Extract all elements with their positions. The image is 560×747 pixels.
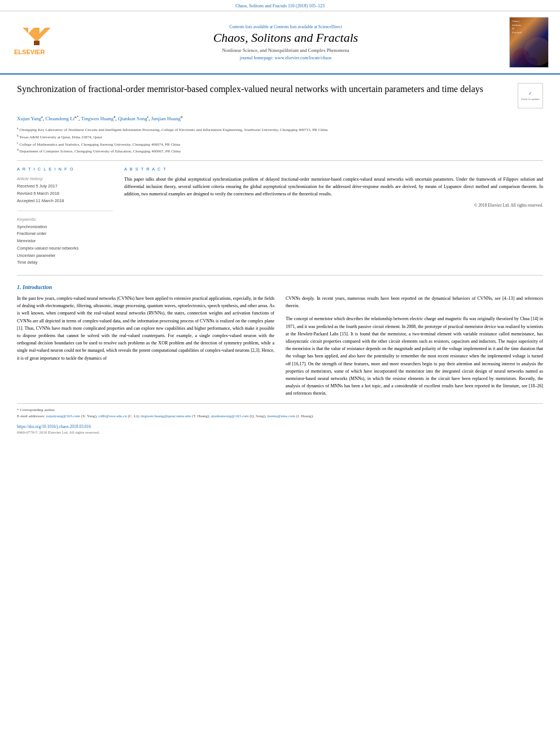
body-divider bbox=[17, 275, 543, 276]
copyright-notice: © 2018 Elsevier Ltd. All rights reserved… bbox=[124, 203, 543, 208]
affiliation-c: c College of Mathematics and Statistics,… bbox=[17, 141, 543, 148]
affiliations: a Chongqing Key Laboratory of Nonlinear … bbox=[17, 126, 543, 155]
article-history-label: Article history: bbox=[17, 176, 113, 181]
affiliation-d: d Department of Computer Science, Chongq… bbox=[17, 147, 543, 155]
elsevier-logo: ELSEVIER bbox=[11, 25, 62, 60]
svg-rect-2 bbox=[34, 41, 40, 45]
issn-line: 0960-0779/© 2018 Elsevier Ltd. All right… bbox=[17, 430, 543, 435]
journal-subtitle: Nonlinear Science, and Nonequilibrium an… bbox=[68, 47, 504, 53]
intro-col-2: CVNNs deeply. In recent years, numerous … bbox=[286, 295, 543, 397]
section-one-title: 1. Introduction bbox=[17, 284, 543, 290]
footnote-section: * Corresponding author. E-mail addresses… bbox=[17, 403, 543, 420]
received-date: Received 5 July 2017 bbox=[17, 183, 113, 190]
intro-col-1: In the past few years, complex-valued ne… bbox=[17, 295, 274, 397]
keyword-timedelay: Time delay bbox=[17, 259, 113, 267]
journal-name: Chaos, Solitons and Fractals bbox=[68, 30, 504, 45]
article-divider bbox=[17, 160, 543, 161]
author-tingwen: Tingwen Huang bbox=[81, 116, 113, 121]
email-qiankun[interactable]: qiankunsong@163.com bbox=[211, 414, 249, 418]
introduction-body: In the past few years, complex-valued ne… bbox=[17, 295, 543, 397]
author-xujun: Xujun Yang bbox=[17, 116, 41, 121]
keywords-label: Keywords: bbox=[17, 217, 113, 222]
journal-header: ELSEVIER Contents lists available at Con… bbox=[0, 11, 560, 75]
journal-cover-thumbnail: Chaos, Solitons & Fractals bbox=[509, 17, 549, 68]
page: Chaos, Solitons and Fractals 110 (2018) … bbox=[0, 0, 560, 747]
keyword-uncertain: Uncertain parameter bbox=[17, 252, 113, 260]
journal-citation: Chaos, Solitons and Fractals 110 (2018) … bbox=[235, 3, 325, 8]
keyword-memristor: Memristor bbox=[17, 238, 113, 245]
abstract-text: This paper talks about the global asympt… bbox=[124, 176, 543, 198]
email-line: E-mail addresses: xujunyang@163.com (X. … bbox=[17, 413, 543, 420]
abstract-col: A B S T R A C T This paper talks about t… bbox=[124, 167, 543, 267]
check-updates-label: Check for updates bbox=[521, 98, 540, 101]
check-updates-badge: ✓ Check for updates bbox=[518, 83, 543, 108]
email-tingwen[interactable]: tingwen.huang@qatar.tamu.edu bbox=[141, 414, 191, 418]
intro-text-2: CVNNs deeply. In recent years, numerous … bbox=[286, 295, 543, 309]
authors-line: Xujun Yanga, Chuandong Lia,*, Tingwen Hu… bbox=[17, 115, 543, 121]
journal-title-block: Contents lists available at Contents lis… bbox=[68, 24, 504, 60]
email-chuandong[interactable]: cdlli@swu.edu.cn bbox=[98, 414, 126, 418]
affiliation-b: b Texas A&M University at Qatar, Doha 23… bbox=[17, 133, 543, 141]
journal-citation-bar: Chaos, Solitons and Fractals 110 (2018) … bbox=[0, 0, 560, 11]
author-chuandong: Chuandong Li bbox=[45, 116, 75, 121]
affiliation-a: a Chongqing Key Laboratory of Nonlinear … bbox=[17, 126, 543, 133]
article-title-text: Synchronization of fractional-order memr… bbox=[17, 83, 512, 95]
intro-text-3: The concept of memristor which describes… bbox=[286, 315, 543, 397]
corresponding-note: * Corresponding author. bbox=[17, 407, 543, 413]
revised-date: Revised 6 March 2018 bbox=[17, 190, 113, 198]
keyword-synchronization: Synchronization bbox=[17, 224, 113, 231]
keyword-cvnn: Complex-valued neural networks bbox=[17, 245, 113, 252]
article-title-block: Synchronization of fractional-order memr… bbox=[17, 83, 543, 108]
doi-line[interactable]: https://doi.org/10.1016/j.chaos.2018.03.… bbox=[17, 424, 543, 429]
author-junjian: Junjian Huang bbox=[151, 116, 181, 121]
article-info-col: A R T I C L E I N F O Article history: R… bbox=[17, 167, 113, 267]
article-content: Synchronization of fractional-order memr… bbox=[0, 75, 560, 446]
info-abstract-section: A R T I C L E I N F O Article history: R… bbox=[17, 167, 543, 267]
email-xujun[interactable]: xujunyang@163.com bbox=[46, 414, 80, 418]
sciencedirect-note: Contents lists available at Contents lis… bbox=[68, 24, 504, 29]
introduction-section: 1. Introduction In the past few years, c… bbox=[17, 284, 543, 397]
email-junjian[interactable]: luomu@sina.com bbox=[267, 414, 295, 418]
svg-text:ELSEVIER: ELSEVIER bbox=[14, 49, 45, 55]
svg-marker-1 bbox=[23, 28, 51, 42]
intro-text-1: In the past few years, complex-valued ne… bbox=[17, 295, 274, 362]
accepted-date: Accepted 11 March 2018 bbox=[17, 198, 113, 205]
article-info-heading: A R T I C L E I N F O bbox=[17, 167, 113, 172]
journal-homepage[interactable]: journal homepage: www.elsevier.com/locat… bbox=[68, 55, 504, 60]
info-inner-divider bbox=[17, 211, 113, 211]
author-qiankun: Qiankun Song bbox=[118, 116, 147, 121]
abstract-heading: A B S T R A C T bbox=[124, 167, 543, 172]
sciencedirect-link[interactable]: Contents lists available at ScienceDirec… bbox=[274, 24, 342, 29]
keyword-fractional: Fractional order bbox=[17, 230, 113, 238]
